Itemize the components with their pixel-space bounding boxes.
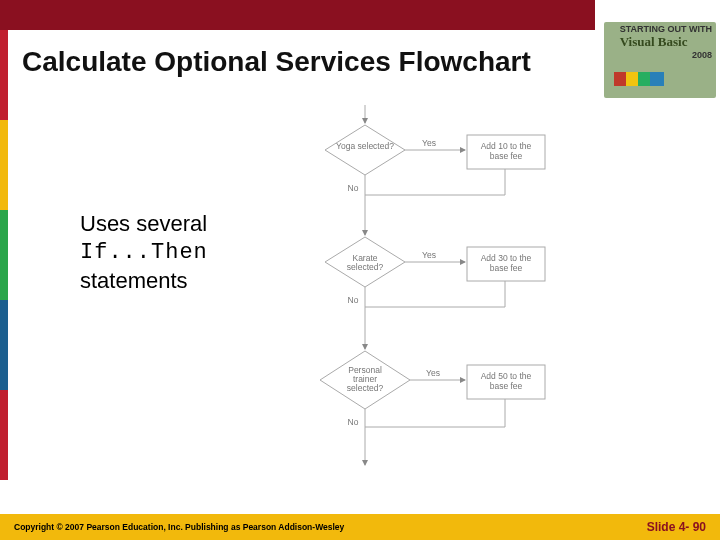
no-3: No: [348, 417, 359, 427]
note-code: If...Then: [80, 239, 208, 268]
side-stripe: [0, 30, 8, 512]
slide-root: STARTING OUT WITH Visual Basic 2008 Calc…: [0, 0, 720, 540]
logo-tagline: STARTING OUT WITH: [620, 24, 712, 34]
callout-note: Uses several If...Then statements: [80, 210, 208, 296]
logo-region: STARTING OUT WITH Visual Basic 2008: [595, 0, 720, 100]
decision-1-label: Yoga selected?: [336, 141, 394, 151]
copyright-text: Copyright © 2007 Pearson Education, Inc.…: [14, 522, 344, 532]
slide-number: Slide 4- 90: [647, 520, 706, 534]
yes-2: Yes: [422, 250, 436, 260]
note-line2: statements: [80, 267, 208, 296]
page-title: Calculate Optional Services Flowchart: [22, 46, 531, 78]
logo-brand: Visual Basic: [620, 34, 712, 50]
logo-text: STARTING OUT WITH Visual Basic 2008: [620, 24, 712, 60]
logo-year: 2008: [620, 50, 712, 60]
no-2: No: [348, 295, 359, 305]
blocks-icon: [614, 72, 662, 90]
note-line1: Uses several: [80, 210, 208, 239]
yes-3: Yes: [426, 368, 440, 378]
footer-bar: Copyright © 2007 Pearson Education, Inc.…: [0, 514, 720, 540]
flowchart-diagram: Yoga selected? Yes No Add 10 to thebase …: [305, 105, 565, 475]
no-1: No: [348, 183, 359, 193]
yes-1: Yes: [422, 138, 436, 148]
top-bar: [0, 0, 595, 30]
